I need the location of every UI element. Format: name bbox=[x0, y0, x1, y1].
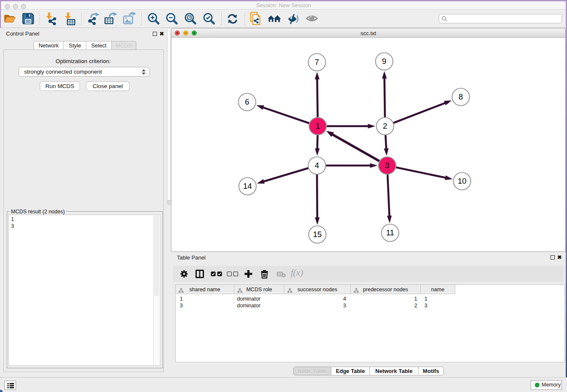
svg-text:15: 15 bbox=[313, 230, 322, 239]
svg-text:11: 11 bbox=[386, 228, 394, 237]
svg-text:2: 2 bbox=[383, 121, 387, 130]
svg-text:14: 14 bbox=[243, 182, 252, 190]
svg-text:9: 9 bbox=[382, 57, 386, 66]
svg-text:3: 3 bbox=[385, 161, 389, 170]
svg-text:4: 4 bbox=[315, 161, 319, 170]
svg-text:10: 10 bbox=[458, 177, 467, 185]
svg-text:7: 7 bbox=[315, 58, 319, 66]
svg-text:6: 6 bbox=[245, 97, 249, 106]
svg-text:8: 8 bbox=[459, 92, 463, 101]
svg-text:1: 1 bbox=[316, 121, 320, 130]
